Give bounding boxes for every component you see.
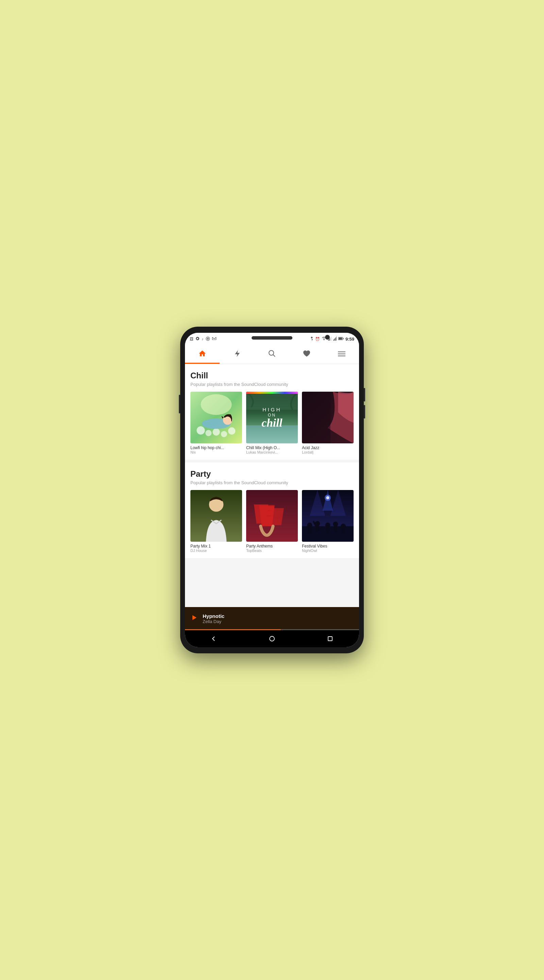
volume-up-button[interactable]	[364, 388, 365, 401]
playlist-item-party2[interactable]: Party Anthems TopBeats	[246, 490, 298, 553]
svg-point-20	[197, 426, 205, 434]
svg-rect-43	[308, 525, 311, 533]
nav-lightning[interactable]	[220, 345, 254, 364]
phone-camera	[325, 335, 330, 340]
svg-point-27	[224, 417, 231, 425]
svg-rect-50	[334, 524, 337, 532]
now-playing-info: Hypnotic Zella Day	[203, 613, 354, 624]
recents-button[interactable]	[324, 632, 337, 646]
now-playing-artist: Zella Day	[203, 619, 354, 624]
nav-menu[interactable]	[324, 345, 359, 364]
playlist-thumb-party1	[190, 490, 242, 542]
svg-text:chill: chill	[262, 417, 282, 429]
playlist-author-party2: TopBeats	[246, 549, 298, 553]
back-button[interactable]	[207, 632, 220, 646]
android-nav	[185, 630, 359, 647]
playlist-item-lowfi[interactable]: Lowfi hip hop chi... Nix	[190, 392, 242, 454]
search-icon	[268, 350, 276, 360]
heart-icon	[303, 350, 311, 359]
playlist-name-highchill: Chill Mix (High O...	[246, 445, 298, 450]
menu-icon	[338, 350, 346, 359]
signal2-icon	[333, 337, 336, 341]
svg-line-14	[273, 355, 275, 356]
svg-rect-48	[326, 525, 329, 533]
nav-home[interactable]	[185, 345, 220, 364]
playlist-author-party3: NightOwl	[302, 549, 354, 553]
playlist-thumb-highchill: HIGH ON chill	[246, 392, 298, 443]
playlist-name-party2: Party Anthems	[246, 544, 298, 549]
battery-icon	[338, 337, 344, 341]
home-button[interactable]	[265, 632, 279, 646]
playlist-name-acidjazz: Acid Jazz	[302, 445, 354, 450]
party-subtitle: Popular playlists from the SoundCloud co…	[190, 480, 354, 485]
power-button[interactable]	[179, 395, 180, 414]
music-status-icon: ♪	[201, 337, 204, 341]
phone-speaker	[252, 336, 292, 340]
status-time: 9:59	[346, 337, 354, 342]
chill-subtitle: Popular playlists from the SoundCloud co…	[190, 382, 354, 387]
svg-rect-2	[328, 340, 329, 340]
volume-down-button[interactable]	[364, 405, 365, 418]
now-playing-bar[interactable]: Hypnotic Zella Day	[185, 607, 359, 630]
image-status-icon: 🖼	[190, 337, 193, 341]
svg-rect-3	[329, 339, 330, 340]
svg-rect-11	[343, 338, 343, 339]
svg-point-13	[269, 350, 274, 355]
svg-point-21	[205, 430, 211, 436]
party-title: Party	[190, 469, 354, 479]
playlist-item-acidjazz[interactable]: Acid Jazz Lordafj	[302, 392, 354, 454]
playlist-thumb-party2	[246, 490, 298, 542]
svg-marker-55	[192, 615, 197, 620]
playlist-item-party3[interactable]: Festival Vibes NightOwl	[302, 490, 354, 553]
svg-point-1	[324, 340, 324, 340]
content-area[interactable]: Chill Popular playlists from the SoundCl…	[185, 364, 359, 607]
svg-rect-45	[316, 524, 319, 531]
playlist-thumb-lowfi	[190, 392, 242, 443]
phone-device: 🖼 ♪ ⓔ ⏰	[180, 327, 364, 653]
status-left-icons: 🖼 ♪ ⓔ	[190, 336, 217, 342]
svg-point-22	[213, 428, 220, 436]
alarm-icon: ⏰	[315, 337, 320, 341]
svg-rect-6	[333, 340, 334, 340]
chill-playlist-row: Lowfi hip hop chi... Nix	[190, 392, 354, 454]
party-playlist-row: Party Mix 1 DJ House	[190, 490, 354, 553]
svg-rect-36	[302, 392, 330, 443]
chill-section: Chill Popular playlists from the SoundCl…	[185, 364, 359, 460]
playlist-name-party3: Festival Vibes	[302, 544, 354, 549]
party-section: Party Popular playlists from the SoundCl…	[185, 463, 359, 558]
svg-rect-57	[328, 637, 332, 641]
svg-point-19	[201, 395, 232, 415]
e-status-icon: ⓔ	[206, 336, 210, 342]
nav-bar	[185, 345, 359, 364]
svg-rect-8	[335, 337, 336, 340]
home-icon	[198, 350, 206, 360]
nav-search[interactable]	[255, 345, 289, 364]
playlist-author-lowfi: Nix	[190, 450, 242, 454]
playlist-item-party1[interactable]: Party Mix 1 DJ House	[190, 490, 242, 553]
svg-rect-52	[342, 526, 345, 534]
nav-favorites[interactable]	[289, 345, 324, 364]
svg-rect-5	[331, 337, 331, 340]
chill-title: Chill	[190, 371, 354, 380]
playlist-author-acidjazz: Lordafj	[302, 450, 354, 454]
m-status-icon	[212, 337, 217, 341]
play-button[interactable]	[190, 614, 198, 624]
playlist-item-highchill[interactable]: HIGH ON chill Chill Mix (High O... Lukas…	[246, 392, 298, 454]
progress-bar	[185, 629, 281, 630]
svg-point-23	[221, 431, 227, 437]
svg-point-56	[270, 636, 274, 641]
playlist-thumb-party3	[302, 490, 354, 542]
svg-rect-4	[330, 337, 331, 340]
playlist-name-lowfi: Lowfi hip hop chi...	[190, 445, 242, 450]
lightning-icon	[233, 350, 241, 360]
playlist-name-party1: Party Mix 1	[190, 544, 242, 549]
svg-point-24	[228, 427, 235, 434]
phone-screen: 🖼 ♪ ⓔ ⏰	[185, 333, 359, 647]
svg-rect-31	[246, 392, 298, 394]
svg-text:HIGH: HIGH	[262, 407, 282, 412]
playlist-thumb-acidjazz	[302, 392, 354, 443]
svg-point-54	[326, 496, 329, 499]
now-playing-title: Hypnotic	[203, 613, 354, 619]
playlist-author-highchill: Lukas Marcinkevi...	[246, 450, 298, 454]
svg-rect-7	[334, 339, 335, 340]
